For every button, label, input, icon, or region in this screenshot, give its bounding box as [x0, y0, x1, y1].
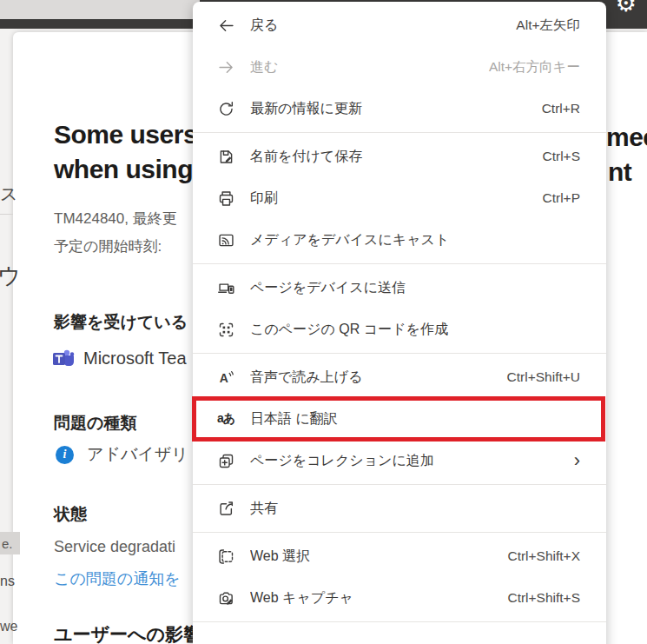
menu-item-label: Web キャプチャ [250, 589, 507, 607]
menu-item-back[interactable]: 戻る Alt+左矢印 [193, 4, 606, 46]
issue-type-heading: 問題の種類 [54, 412, 136, 435]
menu-separator [193, 621, 606, 622]
menu-item-label: 進む [250, 58, 489, 76]
submenu-chevron-icon: › [574, 451, 580, 470]
save-as-icon [215, 146, 236, 167]
left-rail-text-fragment: ns [0, 574, 15, 589]
menu-item-shortcut: Ctrl+Shift+X [507, 548, 580, 564]
menu-item-label: ページをデバイスに送信 [250, 279, 580, 297]
menu-item-shortcut: Ctrl+Shift+U [507, 369, 580, 385]
menu-separator [193, 532, 606, 533]
web-capture-icon [215, 588, 236, 608]
menu-item-shortcut: Alt+右方向キー [489, 58, 580, 76]
menu-item-share[interactable]: 共有 [193, 488, 606, 529]
page-title-overflow-line2: nt [608, 157, 631, 187]
page-title-overflow-line1: mee [606, 123, 647, 152]
gear-icon[interactable]: ⚙ [616, 0, 637, 15]
menu-item-label: Web 選択 [250, 548, 507, 566]
menu-item-label: 戻る [250, 17, 516, 35]
menu-item-label: 日本語 に翻訳 [250, 410, 580, 428]
menu-item-save-as[interactable]: 名前を付けて保存 Ctrl+S [193, 136, 606, 177]
menu-separator [193, 132, 606, 133]
menu-item-label: ページをコレクションに追加 [250, 452, 574, 470]
left-rail-divider [0, 214, 13, 215]
qr-code-icon [215, 319, 236, 340]
affected-service-label: Microsoft Tea [83, 349, 187, 368]
menu-item-shortcut: Ctrl+R [542, 101, 580, 116]
left-rail-selected-chip[interactable]: e. [0, 532, 20, 554]
left-rail-text-fragment: we [0, 619, 17, 634]
info-icon: i [56, 446, 74, 464]
read-aloud-icon: A [215, 367, 236, 388]
menu-item-create-qr[interactable]: このページの QR コードを作成 [193, 309, 606, 350]
user-impact-heading: ユーザーへの影響 [54, 622, 201, 644]
page-title-line2: when using [54, 155, 193, 184]
affected-services-heading: 影響を受けている [54, 311, 188, 334]
menu-item-web-capture[interactable]: Web キャプチャ Ctrl+Shift+S [193, 577, 606, 619]
menu-separator [193, 263, 606, 264]
page-title-line1: Some users [54, 120, 197, 149]
menu-item-web-select[interactable]: Web 選択 Ctrl+Shift+X [193, 535, 606, 577]
menu-item-label: このページの QR コードを作成 [250, 321, 580, 339]
left-rail-text-fragment: ス [0, 183, 17, 206]
menu-separator [193, 353, 606, 354]
web-select-icon [215, 546, 236, 567]
incident-id-text: TM424840, 最終更 [54, 209, 177, 229]
menu-item-shortcut: Ctrl+Shift+S [507, 590, 580, 606]
menu-item-label: 音声で読み上げる [250, 368, 507, 387]
issue-type-value: アドバイザリ [87, 443, 188, 466]
context-menu: 戻る Alt+左矢印 進む Alt+右方向キー 最新の情報に更新 Ctrl+R … [193, 2, 606, 644]
menu-item-label: 印刷 [250, 189, 543, 208]
left-rail-text-fragment: ウ [0, 261, 21, 291]
chip-label: e. [2, 536, 13, 551]
send-to-device-icon [215, 277, 236, 298]
menu-item-read-aloud[interactable]: A 音声で読み上げる Ctrl+Shift+U [193, 356, 606, 398]
menu-item-send-to-device[interactable]: ページをデバイスに送信 [193, 267, 606, 309]
menu-item-label: 最新の情報に更新 [250, 100, 542, 118]
status-heading: 状態 [54, 503, 87, 526]
menu-separator [193, 484, 606, 485]
browser-tab-strip [0, 0, 200, 19]
affected-service-row: Microsoft Tea [52, 348, 187, 368]
menu-item-translate[interactable]: aあ 日本語 に翻訳 [193, 398, 606, 440]
refresh-icon [215, 98, 236, 119]
svg-text:A: A [219, 370, 228, 384]
menu-item-shortcut: Alt+左矢印 [516, 17, 580, 35]
issue-type-row: i アドバイザリ [56, 443, 188, 466]
menu-item-label: メディアをデバイスにキャスト [250, 231, 580, 249]
status-value: Service degradati [54, 538, 175, 556]
print-icon [215, 188, 236, 209]
share-icon [215, 498, 236, 519]
menu-item-label: 名前を付けて保存 [250, 148, 543, 166]
cast-icon [215, 229, 236, 250]
menu-item-label: 共有 [250, 500, 580, 518]
microsoft-teams-icon [52, 348, 75, 368]
menu-item-forward: 進む Alt+右方向キー [193, 46, 606, 88]
notification-link[interactable]: この問題の通知を [54, 568, 181, 589]
translate-icon: aあ [215, 408, 236, 429]
screen: ⚙ ス ウ e. ns we Some users when using mee… [0, 0, 647, 644]
menu-item-shortcut: Ctrl+S [543, 149, 581, 164]
menu-item-print[interactable]: 印刷 Ctrl+P [193, 177, 606, 219]
collections-add-icon [215, 450, 236, 471]
forward-icon [215, 56, 236, 77]
back-icon [215, 15, 236, 36]
menu-item-shortcut: Ctrl+P [543, 190, 581, 206]
menu-item-add-to-collections[interactable]: ページをコレクションに追加 › [193, 440, 606, 481]
menu-item-refresh[interactable]: 最新の情報に更新 Ctrl+R [193, 88, 606, 129]
menu-item-cast-media[interactable]: メディアをデバイスにキャスト [193, 219, 606, 261]
scheduled-start-text: 予定の開始時刻: [54, 236, 162, 256]
